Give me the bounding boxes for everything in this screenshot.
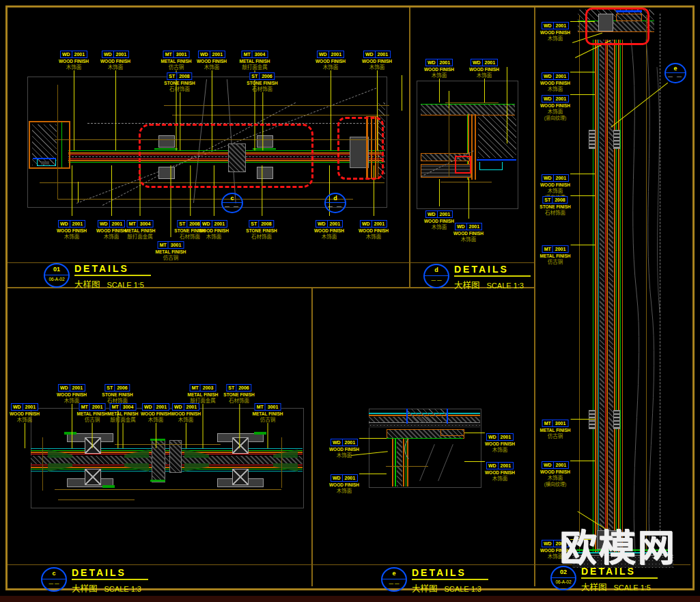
leader-line xyxy=(25,423,25,448)
detail-scale: SCALE 1:3 xyxy=(104,585,141,593)
detail-scale: SCALE 1:3 xyxy=(445,585,481,593)
ceiling-slab xyxy=(369,424,480,428)
finish-name-zh: 仿古铜 xyxy=(77,417,108,423)
panel-divider xyxy=(409,8,410,288)
finish-name-en: WOOD FINISH xyxy=(316,59,346,64)
detail-title-zh: 大样图 xyxy=(454,281,480,290)
finish-code-box: ST2006 xyxy=(249,72,275,80)
finish-code-box: WD2001 xyxy=(425,210,453,218)
finish-code-box: WD2001 xyxy=(542,95,569,102)
finish-tag: MT3004 METAL FINISH 敲打面金属 xyxy=(125,216,156,240)
dim-line xyxy=(58,199,353,200)
finish-code-box: MT3004 xyxy=(242,51,268,58)
dim-line xyxy=(449,108,449,178)
finish-name-en: METAL FINISH xyxy=(240,59,270,64)
finish-tag: WD2001 WOOD FINISH 木饰面 xyxy=(197,46,227,70)
finish-name-zh: 木饰面 xyxy=(485,476,515,482)
finish-tag: WD2001 WOOD FINISH 木饰面 xyxy=(485,429,515,453)
detailc-wall-band xyxy=(31,448,303,472)
finish-name-zh: 木饰面 xyxy=(57,234,87,240)
detaild-glass xyxy=(478,115,516,158)
finish-name-en: WOOD FINISH xyxy=(199,228,229,234)
sheet-reference: 06-A-02 xyxy=(552,578,575,586)
dim-line xyxy=(172,115,389,115)
leader-line xyxy=(78,182,79,202)
band-line xyxy=(31,467,303,468)
sheet-reference: — — xyxy=(382,579,406,587)
finish-tag: MT3001 METAL FINISH 仿古铜 xyxy=(540,415,571,439)
leader-line xyxy=(570,72,595,72)
finish-code-box: WD2001 xyxy=(317,51,344,58)
cad-drawing-canvas: WD2001 WOOD FINISH 木饰面 WD2001 WOOD FINIS… xyxy=(0,0,700,602)
finish-tag: ST2008 STONE FINISH 石材饰面 xyxy=(164,68,195,92)
finish-tag: WD2001 WOOD FINISH 木饰面 xyxy=(424,55,454,79)
detail-title: DETAILS xyxy=(412,567,488,580)
finish-name-en: METAL FINISH xyxy=(77,411,108,417)
finish-name-en: WOOD FINISH xyxy=(362,59,392,64)
leader-line xyxy=(570,94,595,95)
finish-name-en: STONE FINISH xyxy=(247,81,277,86)
finish-tag: WD2001 WOOD FINISH 木饰面 xyxy=(199,216,229,240)
finish-name-zh: 木饰面 xyxy=(141,417,171,423)
finish-name-en: STONE FINISH xyxy=(164,81,195,86)
finish-name-en: METAL FINISH xyxy=(108,411,139,417)
finish-code-box: MT3004 xyxy=(127,220,154,228)
finish-tag: MT3004 METAL FINISH 敲打面金属 xyxy=(240,46,270,70)
finish-code-box: WD2001 xyxy=(58,384,85,392)
detail-number-bubble: c — — xyxy=(41,567,67,592)
hinge-block xyxy=(613,130,620,149)
detail-number: c xyxy=(42,569,66,579)
finish-name-en: WOOD FINISH xyxy=(453,231,484,236)
band-line xyxy=(31,469,303,469)
panel-divider xyxy=(311,288,313,586)
finish-code-box: MT3001 xyxy=(163,51,190,58)
finish-tag: WD2001 WOOD FINISH 木饰面 (横向纹理) xyxy=(540,457,570,487)
detaild-track xyxy=(479,162,503,170)
highlight-box xyxy=(585,8,649,45)
finish-tag: WD2001 WOOD FINISH 木饰面 xyxy=(329,470,359,494)
dim-line xyxy=(579,15,580,553)
site-logo-watermark: 欧模网 xyxy=(560,518,677,572)
bundle-line xyxy=(620,40,621,553)
dim-line xyxy=(58,500,135,500)
detail-title-texts: DETAILS 大样图SCALE 1:3 xyxy=(412,567,488,594)
finish-name-en: WOOD FINISH xyxy=(485,441,515,447)
finish-name-zh: 木饰面 xyxy=(540,36,570,42)
finish-code-box: WD2001 xyxy=(11,403,38,411)
finish-name-zh: 敲打面金属 xyxy=(125,234,156,240)
finish-name-en: WOOD FINISH xyxy=(469,67,499,72)
leader-line xyxy=(156,423,156,448)
finish-code-box: WD2001 xyxy=(58,220,85,228)
finish-name-zh: 木饰面 xyxy=(424,224,454,230)
bundle-line xyxy=(395,439,396,487)
leader-line xyxy=(439,79,440,102)
panel-divider xyxy=(534,8,535,586)
dim-line xyxy=(42,437,43,491)
section-marker: c — — xyxy=(221,193,243,213)
finish-name-zh: 木饰面 xyxy=(171,417,201,423)
band-line xyxy=(31,452,303,453)
frame-post xyxy=(232,437,249,454)
bundle-line xyxy=(606,40,608,553)
finish-tag: ST2008 STONE FINISH 石材饰面 xyxy=(246,216,277,240)
finish-name-en: STONE FINISH xyxy=(223,392,254,398)
leader-line xyxy=(268,423,268,448)
finish-name-zh: 木饰面 xyxy=(424,72,454,79)
finish-code-box: WD2001 xyxy=(198,51,225,58)
glass-panel xyxy=(408,409,447,423)
hinge-block xyxy=(589,130,596,149)
leader-line xyxy=(439,179,440,206)
section-marker: e — — xyxy=(664,63,686,83)
finish-code-box: WD2001 xyxy=(455,223,482,230)
finish-name-zh: 木饰面 xyxy=(362,64,392,70)
finish-name-zh: 木饰面 xyxy=(314,234,344,240)
finish-name-en: WOOD FINISH xyxy=(96,228,126,234)
detail-number: e xyxy=(382,569,406,579)
sheet-reference: — — xyxy=(42,579,66,587)
section-marker: d — — xyxy=(324,193,346,213)
finish-code-box: MT2003 xyxy=(190,384,216,392)
finish-code-box: ST2008 xyxy=(542,196,568,204)
finish-tag: WD2001 WOOD FINISH 木饰面 xyxy=(540,18,570,42)
finish-name-zh: 石材饰面 xyxy=(246,234,277,240)
detail01-wall-jamb xyxy=(29,121,70,169)
